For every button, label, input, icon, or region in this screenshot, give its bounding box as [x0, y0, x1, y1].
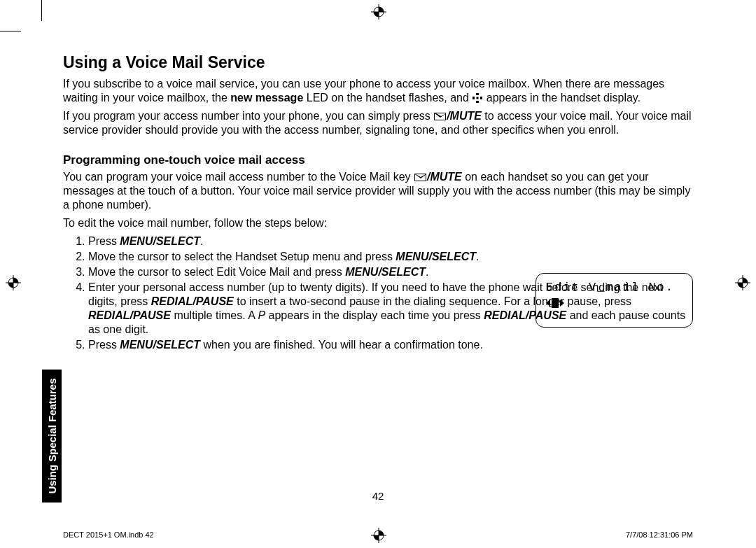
step-item: Press MENU/SELECT when you are finished.… [88, 338, 693, 352]
svg-rect-16 [477, 97, 479, 99]
mail-icon [414, 174, 426, 181]
registration-mark-icon [6, 275, 21, 290]
triangle-left-icon [546, 300, 550, 307]
registration-mark-icon [735, 275, 750, 290]
svg-rect-15 [476, 101, 479, 103]
mail-icon [434, 113, 446, 120]
svg-rect-13 [472, 97, 475, 99]
registration-mark-icon [371, 528, 386, 543]
page-number: 42 [0, 490, 756, 502]
section-tab-label: Using Special Features [46, 378, 58, 493]
lcd-cursor-row [546, 298, 682, 308]
paragraph: If you program your access number into y… [63, 109, 693, 137]
crop-mark [0, 31, 21, 31]
manual-page: Using a Voice Mail Service If you subscr… [0, 0, 756, 548]
section-tab: Using Special Features [42, 370, 62, 503]
svg-rect-12 [476, 93, 479, 95]
step-item: Press MENU/SELECT. [88, 234, 693, 248]
paragraph: You can program your voice mail access n… [63, 170, 693, 212]
step-item: Move the cursor to select the Handset Se… [88, 250, 494, 264]
lcd-line1: Edit V_mail No. [546, 281, 682, 294]
svg-rect-14 [480, 97, 482, 99]
paragraph: To edit the voice mail number, follow th… [63, 216, 693, 230]
section-heading: Using a Voice Mail Service [63, 52, 693, 73]
voicemail-icon [472, 92, 482, 102]
subsection-heading: Programming one-touch voice mail access [63, 153, 693, 167]
registration-mark-icon [371, 4, 386, 20]
crop-mark [41, 0, 42, 21]
triangle-right-icon [560, 300, 564, 307]
footer-timestamp: 7/7/08 12:31:06 PM [626, 531, 693, 539]
lcd-display-illustration: Edit V_mail No. [536, 273, 693, 328]
paragraph: If you subscribe to a voice mail service… [63, 77, 693, 105]
cursor-block-icon [552, 298, 559, 308]
footer-filename: DECT 2015+1 OM.indb 42 [63, 531, 154, 539]
